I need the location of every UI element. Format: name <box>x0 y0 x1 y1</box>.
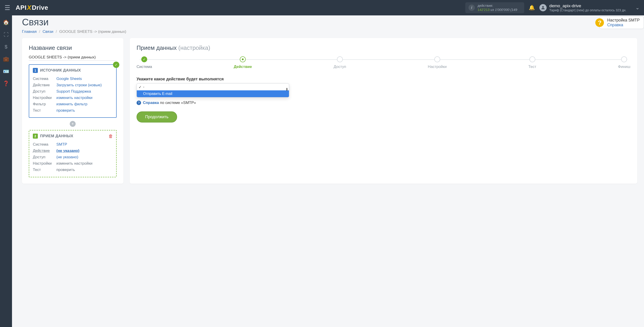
crumb-current: GOOGLE SHEETS -> (прием данных) <box>59 30 126 34</box>
sidebar: 🏠 ⛶ $ 💼 🪪 ❓ <box>0 16 12 327</box>
step-finish[interactable]: Финиш <box>618 56 630 69</box>
trash-icon[interactable]: 🗑 <box>108 134 113 139</box>
select-option-send-email[interactable]: Отправить E-mail <box>137 90 289 97</box>
link-name-input[interactable]: GOOGLE SHEETS -> (прием данных) <box>29 55 116 61</box>
step-settings[interactable]: Настройки <box>428 56 446 69</box>
right-title: Прием данных (настройка) <box>136 44 630 52</box>
connections-icon[interactable]: ⛶ <box>4 32 8 38</box>
page-title: Связи <box>22 17 637 28</box>
briefcase-icon[interactable]: 💼 <box>3 56 9 62</box>
avatar-icon <box>540 4 547 11</box>
crumb-links[interactable]: Связи <box>42 30 54 34</box>
actions-label: действия: <box>478 4 517 8</box>
help-callout-link[interactable]: Справка <box>607 23 640 28</box>
action-field-label: Укажите какое действие будет выполнятся <box>136 77 630 82</box>
step-action[interactable]: Действие <box>234 56 252 69</box>
card-icon[interactable]: 🪪 <box>3 68 9 74</box>
action-select[interactable]: - Отправить E-mail ▲▼ <box>136 83 289 98</box>
select-option-empty[interactable]: - <box>137 84 289 90</box>
stepper: ✓Система Действие Доступ Настройки Тест … <box>136 56 630 69</box>
right-card: Прием данных (настройка) ✓Система Действ… <box>130 38 637 184</box>
help-link[interactable]: Справка <box>143 100 159 105</box>
left-card-title: Название связи <box>29 44 116 52</box>
dest-box: 🗑 2 ПРИЕМ ДАННЫХ СистемаSMTP Действие(не… <box>29 130 116 177</box>
source-num: 1 <box>33 68 38 73</box>
check-icon: ✓ <box>113 62 119 68</box>
chevron-down-icon[interactable]: ⌄ <box>636 5 640 11</box>
system-help-line: ? Справка по системе «SMTP» <box>136 100 630 105</box>
actions-count: 142'213 <box>478 8 490 12</box>
breadcrumb: Главная / Связи / GOOGLE SHEETS -> (прие… <box>22 30 637 34</box>
crumb-home[interactable]: Главная <box>22 30 37 34</box>
dest-num: 2 <box>33 134 38 138</box>
left-card: Название связи GOOGLE SHEETS -> (прием д… <box>22 38 124 184</box>
dest-title: ПРИЕМ ДАННЫХ <box>40 134 73 138</box>
help-callout[interactable]: ? Настройка SMTP Справка <box>599 16 644 29</box>
add-button[interactable]: + <box>70 121 76 127</box>
home-icon[interactable]: 🏠 <box>3 20 9 25</box>
hamburger-menu[interactable]: ☰ <box>4 4 10 12</box>
question-small-icon: ? <box>136 100 141 105</box>
user-name: demo_apix-drive <box>549 4 626 8</box>
bell-icon[interactable]: 🔔 <box>529 5 535 11</box>
source-title: ИСТОЧНИК ДАННЫХ <box>40 68 81 73</box>
info-icon: i <box>468 4 475 11</box>
topbar: ☰ APIXDrive i действия: 142'213 из 1'000… <box>0 0 644 16</box>
help-callout-title: Настройка SMTP <box>607 18 640 23</box>
user-menu[interactable]: demo_apix-drive Тариф |Стандарт| (new) д… <box>540 4 626 12</box>
logo[interactable]: APIXDrive <box>16 4 48 11</box>
help-icon[interactable]: ❓ <box>3 80 9 86</box>
user-tariff: Тариф |Стандарт| (new) до оплаты осталос… <box>549 8 626 12</box>
updown-icon: ▲▼ <box>286 88 288 91</box>
dollar-icon[interactable]: $ <box>4 44 7 50</box>
actions-counter[interactable]: i действия: 142'213 из 1'000'000 (149 <box>465 2 524 13</box>
step-access[interactable]: Доступ <box>334 56 346 69</box>
question-icon: ? <box>595 18 604 27</box>
step-system[interactable]: ✓Система <box>136 56 152 69</box>
continue-button[interactable]: Продолжить <box>136 112 177 122</box>
source-box: ✓ 1 ИСТОЧНИК ДАННЫХ СистемаGoogle Sheets… <box>29 64 116 118</box>
step-test[interactable]: Тест <box>528 56 536 69</box>
